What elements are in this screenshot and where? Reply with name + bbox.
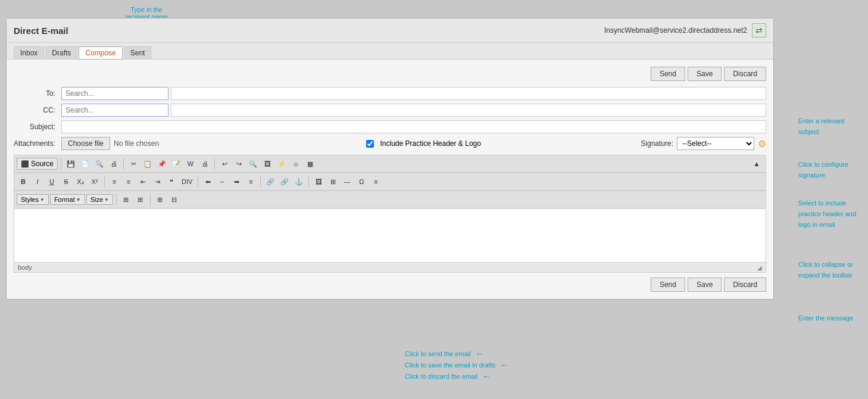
flash-button[interactable]: ⚡ [275,157,288,170]
unordered-list-button[interactable]: ≡ [122,175,135,188]
discard-button-bottom[interactable]: Discard [724,278,766,292]
toolbar-separator-7 [308,176,309,188]
save-button-bottom[interactable]: Save [688,278,722,292]
cc-recipient-input[interactable] [171,104,766,117]
refresh-button[interactable]: ⇄ [752,23,766,38]
save-button-top[interactable]: Save [688,67,722,81]
blockquote-button[interactable]: ❝ [165,175,178,188]
copy-button[interactable]: 📋 [141,157,154,170]
bold-button[interactable]: B [17,175,30,188]
paste-text-button[interactable]: 📝 [170,157,183,170]
tab-drafts[interactable]: Drafts [45,46,77,59]
signature-section: Signature: --Select-- ⚙ [641,137,766,150]
paste-word-button[interactable]: W [184,157,197,170]
arrow-discard-icon: ← [482,372,491,381]
source-icon: ⬛ [21,160,29,168]
link-button[interactable]: 🔗 [264,175,277,188]
gear-icon[interactable]: ⚙ [758,138,766,149]
choose-file-button[interactable]: Choose file [61,137,110,150]
cut-button[interactable]: ✂ [127,157,140,170]
iframe-button[interactable]: ▦ [304,157,317,170]
compose-area: Send Save Discard To: CC: Subject: [7,60,773,299]
divider-button[interactable]: DIV [179,175,195,188]
collapse-toolbar-button[interactable]: ▲ [750,157,763,170]
size-dropdown[interactable]: Size ▼ [86,194,113,205]
expand-button[interactable]: ⊞ [154,193,167,206]
table-button[interactable]: ⊞ [326,175,339,188]
print2-button[interactable]: 🖨 [198,157,211,170]
ordered-list-button[interactable]: ≡ [108,175,121,188]
tab-sent[interactable]: Sent [124,46,152,59]
grid-button[interactable]: ⊞ [120,193,133,206]
subject-row: Subject: [14,120,766,133]
to-row: To: [14,87,766,100]
send-button-top[interactable]: Send [651,67,685,81]
annotation-signature: Click to configuresignature [798,160,856,180]
include-header-label: Include Practice Header & Logo [380,139,480,148]
attachments-label: Attachments: [14,139,61,148]
to-recipient-input[interactable] [171,87,766,100]
new-doc-button[interactable]: 📄 [79,157,92,170]
toolbar-separator-5 [198,176,198,188]
superscript-button[interactable]: X² [88,175,101,188]
anchor-button[interactable]: ⚓ [292,175,305,188]
annotation-send-label: Click to send the email [405,350,471,357]
outdent-button[interactable]: ⇤ [136,175,149,188]
annotation-discard-bottom: Click to discard the email ← [405,372,508,381]
redo-button[interactable]: ↪ [232,157,245,170]
to-search-input[interactable] [61,87,168,100]
underline-button[interactable]: U [45,175,58,188]
format-dropdown[interactable]: Format ▼ [50,194,85,205]
preview-button[interactable]: 🔍 [93,157,106,170]
resize-handle[interactable]: ◢ [757,264,762,271]
specialchar-button[interactable]: Ω [355,175,368,188]
collapse2-button[interactable]: ⊟ [168,193,181,206]
tab-inbox[interactable]: Inbox [14,46,44,59]
horizontalrule-button[interactable]: — [341,175,354,188]
cc-search-input[interactable] [61,104,168,117]
italic-button[interactable]: I [31,175,44,188]
subscript-button[interactable]: X₂ [74,175,87,188]
annotation-save-label: Click to save the email in drafts [405,361,495,369]
indent-button[interactable]: ⇥ [151,175,164,188]
image-button[interactable]: 🖼 [261,157,274,170]
align-justify-button[interactable]: ≡ [244,175,257,188]
pagebreak-button[interactable]: ≡ [369,175,382,188]
print-button[interactable]: 🖨 [107,157,120,170]
right-annotations: Enter a relevantsubject Click to configu… [798,116,856,324]
find-button[interactable]: 🔍 [246,157,260,170]
no-file-text: No file chosen [114,139,159,148]
cc-input-group [61,104,766,117]
user-email: InsyncWebmail@service2.directaddress.net… [604,26,747,35]
align-center-button[interactable]: ↔ [216,175,229,188]
size-arrow-icon: ▼ [104,197,109,202]
align-left-button[interactable]: ⬅ [201,175,214,188]
toolbar-separator-3 [214,158,215,170]
send-button-bottom[interactable]: Send [651,278,685,292]
unlink-button[interactable]: 🔗 [278,175,291,188]
annotation-discard-label: Click to discard the email [405,373,477,380]
image2-button[interactable]: 🖼 [312,175,325,188]
save-doc-button[interactable]: 💾 [64,157,77,170]
app-header: Direct E-mail InsyncWebmail@service2.dir… [7,18,773,43]
editor-toolbar-row2: B I U S X₂ X² ≡ ≡ ⇤ ⇥ ❝ DIV ⬅ ↔ ➡ ≡ 🔗 [14,173,766,191]
signature-select[interactable]: --Select-- [677,137,754,150]
size-label: Size [90,196,103,203]
undo-button[interactable]: ↩ [218,157,231,170]
smiley-button[interactable]: ☺ [289,157,302,170]
styles-dropdown[interactable]: Styles ▼ [17,194,49,205]
annotation-include-header: Select to includepractice header andlogo… [798,198,856,230]
annotation-enter-message: Enter the message [798,313,856,324]
paste-button[interactable]: 📌 [155,157,168,170]
subject-input[interactable] [61,120,766,133]
source-button[interactable]: ⬛ Source [17,158,58,170]
align-right-button[interactable]: ➡ [230,175,243,188]
strikethrough-button[interactable]: S [60,175,73,188]
tab-compose[interactable]: Compose [79,46,122,60]
include-header-section: Include Practice Header & Logo [207,139,641,148]
discard-button-top[interactable]: Discard [724,67,766,81]
arrow-save-icon: ← [500,360,508,370]
editor-body[interactable] [14,208,766,262]
table2-button[interactable]: ⊞ [134,193,147,206]
include-header-checkbox[interactable] [366,140,374,148]
